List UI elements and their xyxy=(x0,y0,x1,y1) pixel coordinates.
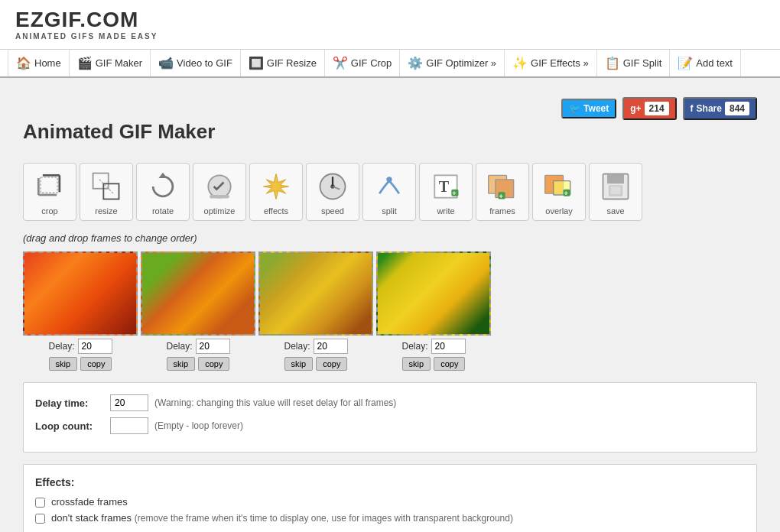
nav-gif-maker[interactable]: 🎬 GIF Maker xyxy=(70,50,151,76)
effects-tool[interactable]: effects xyxy=(249,163,303,221)
frame-2-delay-row: Delay: xyxy=(166,339,229,354)
frame-2-skip-button[interactable]: skip xyxy=(167,357,196,371)
save-tool[interactable]: save xyxy=(589,163,642,221)
delay-time-input[interactable] xyxy=(110,394,148,411)
resize-tool[interactable]: resize xyxy=(80,163,133,221)
delay-time-hint: (Warning: changing this value will reset… xyxy=(154,397,396,408)
frames-row: Delay: skip copy Delay: skip copy Delay: xyxy=(23,251,757,371)
effects-tool-label: effects xyxy=(264,206,288,216)
nav-effects-label: GIF Effects » xyxy=(531,57,589,69)
frame-4: Delay: skip copy xyxy=(376,251,491,371)
nav-add-text[interactable]: 📝 Add text xyxy=(670,50,741,76)
crossfade-row: crossfade frames xyxy=(35,496,745,508)
frame-2-image[interactable] xyxy=(141,251,255,336)
loop-count-row: Loop count: (Empty - loop forever) xyxy=(35,417,745,434)
resize-tool-label: resize xyxy=(95,206,117,216)
frame-3-image[interactable] xyxy=(258,251,373,336)
loop-count-input[interactable] xyxy=(110,417,148,434)
addtext-icon: 📝 xyxy=(678,56,693,70)
frame-3-copy-button[interactable]: copy xyxy=(316,357,347,371)
logo[interactable]: EZGIF.COM ANIMATED GIFS MADE EASY xyxy=(15,8,158,41)
optimize-tool-icon xyxy=(201,168,238,205)
crossfade-checkbox[interactable] xyxy=(35,498,45,508)
navigation: 🏠 Home 🎬 GIF Maker 📹 Video to GIF 🔲 GIF … xyxy=(0,50,780,78)
gplus-button[interactable]: g+ 214 xyxy=(622,97,676,120)
frame-4-image[interactable] xyxy=(376,251,491,336)
frame-1-delay-input[interactable] xyxy=(78,339,112,354)
frame-4-copy-button[interactable]: copy xyxy=(434,357,465,371)
nostack-row: don't stack frames (remove the frame whe… xyxy=(35,512,745,524)
drag-hint: (drag and drop frames to change order) xyxy=(23,232,757,244)
settings-panel: Delay time: (Warning: changing this valu… xyxy=(23,382,757,453)
nostack-label[interactable]: don't stack frames (remove the frame whe… xyxy=(51,512,513,524)
nav-gif-maker-label: GIF Maker xyxy=(96,57,142,69)
nav-optimizer-label: GIF Optimizer » xyxy=(426,57,496,69)
frames-tool-label: frames xyxy=(489,206,515,216)
split-tool[interactable]: split xyxy=(362,163,416,221)
frame-1-delay-label: Delay: xyxy=(48,341,74,352)
optimize-tool[interactable]: optimize xyxy=(193,163,246,221)
svg-text:+: + xyxy=(452,190,456,197)
crop-tool[interactable]: crop xyxy=(23,163,76,221)
rotate-tool[interactable]: rotate xyxy=(136,163,190,221)
frame-4-skip-button[interactable]: skip xyxy=(402,357,431,371)
frame-1-buttons: skip copy xyxy=(49,357,112,371)
rotate-tool-icon xyxy=(145,168,181,205)
nav-home[interactable]: 🏠 Home xyxy=(8,50,70,76)
loop-count-hint: (Empty - loop forever) xyxy=(154,420,243,431)
write-tool-label: write xyxy=(437,206,454,216)
frame-3-skip-button[interactable]: skip xyxy=(284,357,314,371)
nav-gif-resize[interactable]: 🔲 GIF Resize xyxy=(241,50,325,76)
frame-3-delay-input[interactable] xyxy=(314,339,348,354)
frame-4-buttons: skip copy xyxy=(402,357,466,371)
nav-gif-crop[interactable]: ✂️ GIF Crop xyxy=(325,50,400,76)
speed-tool[interactable]: speed xyxy=(306,163,359,221)
frame-1-copy-button[interactable]: copy xyxy=(80,357,112,371)
nav-gif-split[interactable]: 📋 GIF Split xyxy=(597,50,671,76)
frame-1-image[interactable] xyxy=(23,251,138,336)
resize-tool-icon xyxy=(88,168,125,205)
gplus-count: 214 xyxy=(645,102,669,115)
delay-time-label: Delay time: xyxy=(35,397,104,409)
frame-2-buttons: skip copy xyxy=(167,357,230,371)
frame-4-delay-label: Delay: xyxy=(401,341,427,352)
svg-text:T: T xyxy=(439,178,450,195)
top-section: 🐦 Tweet g+ 214 f Share 844 Animated GIF … xyxy=(23,93,757,155)
frame-1: Delay: skip copy xyxy=(23,251,138,371)
svg-text:+: + xyxy=(499,193,502,200)
crossfade-label[interactable]: crossfade frames xyxy=(51,496,128,508)
home-icon: 🏠 xyxy=(16,56,31,70)
nav-video-to-gif[interactable]: 📹 Video to GIF xyxy=(151,50,241,76)
crop-tool-label: crop xyxy=(41,206,57,216)
tool-bar: crop resize rotate optimize effects xyxy=(23,163,757,221)
frame-2-delay-input[interactable] xyxy=(196,339,230,354)
nostack-checkbox[interactable] xyxy=(35,514,45,524)
crop-nav-icon: ✂️ xyxy=(333,56,348,70)
write-tool[interactable]: T+ write xyxy=(419,163,473,221)
frame-4-delay-input[interactable] xyxy=(431,339,466,354)
nav-video-label: Video to GIF xyxy=(177,57,232,69)
share-button[interactable]: f Share 844 xyxy=(683,97,757,120)
save-tool-label: save xyxy=(606,206,624,216)
split-tool-icon xyxy=(371,168,408,205)
frame-1-skip-button[interactable]: skip xyxy=(49,357,78,371)
nostack-hint: (remove the frame when it's time to disp… xyxy=(135,513,513,524)
frame-4-delay-row: Delay: xyxy=(401,339,465,354)
tweet-icon: 🐦 xyxy=(569,103,580,114)
svg-marker-8 xyxy=(159,173,167,178)
svg-rect-4 xyxy=(41,177,57,193)
main-content: 🐦 Tweet g+ 214 f Share 844 Animated GIF … xyxy=(8,93,772,532)
nav-gif-optimizer[interactable]: ⚙️ GIF Optimizer » xyxy=(400,50,505,76)
frame-2-copy-button[interactable]: copy xyxy=(198,357,229,371)
speed-tool-label: speed xyxy=(321,206,344,216)
tweet-button[interactable]: 🐦 Tweet xyxy=(561,99,616,118)
loop-count-label: Loop count: xyxy=(35,420,104,432)
optimize-tool-label: optimize xyxy=(204,206,236,216)
nav-addtext-label: Add text xyxy=(696,57,733,69)
nav-gif-effects[interactable]: ✨ GIF Effects » xyxy=(505,50,597,76)
effects-title: Effects: xyxy=(35,476,745,488)
frames-tool-icon: + xyxy=(484,168,521,205)
split-tool-label: split xyxy=(382,206,397,216)
overlay-tool[interactable]: + overlay xyxy=(532,163,586,221)
frames-tool[interactable]: + frames xyxy=(476,163,529,221)
